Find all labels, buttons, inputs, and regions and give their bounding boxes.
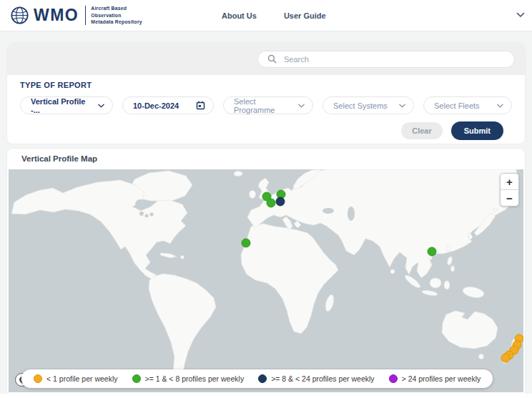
zoom-in-button[interactable]: +: [501, 174, 518, 189]
legend-dot-icon: [34, 374, 42, 383]
wmo-globe-icon: [10, 6, 29, 25]
legend-item-1to8: >= 1 & < 8 profiles per weekly: [132, 374, 245, 383]
brand-subtitle-line: Metadata Repository: [91, 19, 142, 26]
type-of-report-section: TYPE OF REPORT Vertical Profile -... 10-…: [7, 75, 525, 140]
map-markers: [9, 169, 523, 392]
legend-label: >= 8 & < 24 profiles per weekly: [271, 374, 374, 383]
brand-subtitle-line: Observation: [91, 12, 142, 19]
legend-dot-icon: [132, 374, 141, 383]
fleets-value: Select Fleets: [434, 101, 480, 110]
submit-button[interactable]: Submit: [451, 121, 503, 140]
legend-dot-icon: [258, 374, 267, 383]
main-nav: About Us User Guide: [222, 0, 326, 31]
chevron-down-icon: [399, 104, 405, 108]
legend-item-lt1: < 1 profile per weekly: [34, 374, 118, 383]
fleets-select[interactable]: Select Fleets: [423, 96, 512, 114]
legend-label: > 24 profiles per weekly: [402, 374, 481, 383]
date-value: 10-Dec-2024: [133, 101, 179, 110]
systems-select[interactable]: Select Systems: [322, 96, 414, 114]
map-legend: < 1 profile per weekly>= 1 & < 8 profile…: [21, 369, 493, 388]
legend-item-8to24: >= 8 & < 24 profiles per weekly: [258, 374, 374, 383]
wmo-brand[interactable]: WMO Aircraft Based Observation Metadata …: [10, 5, 142, 26]
nav-user-guide[interactable]: User Guide: [284, 11, 326, 20]
station-marker-1to8[interactable]: [242, 239, 251, 248]
legend-item-gt24: > 24 profiles per weekly: [389, 374, 481, 383]
map-title: Vertical Profile Map: [7, 149, 525, 163]
programme-value: Select Programme: [234, 97, 294, 114]
world-map[interactable]: + − < 1 profile per weekly>= 1 & < 8 pro…: [9, 169, 523, 392]
calendar-icon: [196, 101, 205, 110]
filter-controls-row: Vertical Profile -... 10-Dec-2024 S: [20, 96, 513, 114]
brand-subtitle-line: Aircraft Based: [91, 5, 142, 12]
station-marker-1to8[interactable]: [428, 247, 437, 257]
search-input[interactable]: [282, 54, 505, 64]
date-picker[interactable]: 10-Dec-2024: [122, 96, 214, 114]
systems-value: Select Systems: [333, 101, 388, 110]
nav-about-us[interactable]: About Us: [222, 11, 257, 20]
legend-dot-icon: [389, 374, 398, 383]
chevron-down-icon: [497, 104, 503, 108]
header-chevron-down-icon[interactable]: [516, 12, 525, 18]
search-icon: [267, 54, 277, 64]
brand-subtitle: Aircraft Based Observation Metadata Repo…: [91, 5, 142, 26]
wmo-logotype: WMO: [34, 6, 79, 25]
chevron-down-icon: [298, 104, 305, 108]
app-header: WMO Aircraft Based Observation Metadata …: [0, 0, 532, 31]
legend-label: < 1 profile per weekly: [46, 374, 118, 383]
report-type-value: Vertical Profile -...: [31, 97, 94, 114]
page-bottom-strip: [0, 394, 532, 398]
report-type-select[interactable]: Vertical Profile -...: [20, 96, 113, 114]
clear-button[interactable]: Clear: [401, 122, 443, 139]
station-marker-lt1[interactable]: [501, 354, 511, 363]
station-marker-1to8[interactable]: [267, 199, 276, 208]
search-box[interactable]: [257, 51, 515, 68]
filter-panel: TYPE OF REPORT Vertical Profile -... 10-…: [7, 43, 525, 144]
chevron-down-icon: [98, 104, 104, 108]
brand-divider: [85, 6, 86, 25]
map-zoom-control: + −: [500, 173, 519, 207]
filter-actions: Clear Submit: [20, 121, 513, 140]
search-band: [7, 43, 525, 75]
map-panel: Vertical Profile Map: [7, 149, 525, 394]
section-title: TYPE OF REPORT: [20, 81, 513, 89]
zoom-out-button[interactable]: −: [501, 189, 518, 206]
programme-select[interactable]: Select Programme: [223, 96, 313, 114]
legend-label: >= 1 & < 8 profiles per weekly: [145, 374, 245, 383]
station-marker-8to24[interactable]: [276, 197, 285, 207]
